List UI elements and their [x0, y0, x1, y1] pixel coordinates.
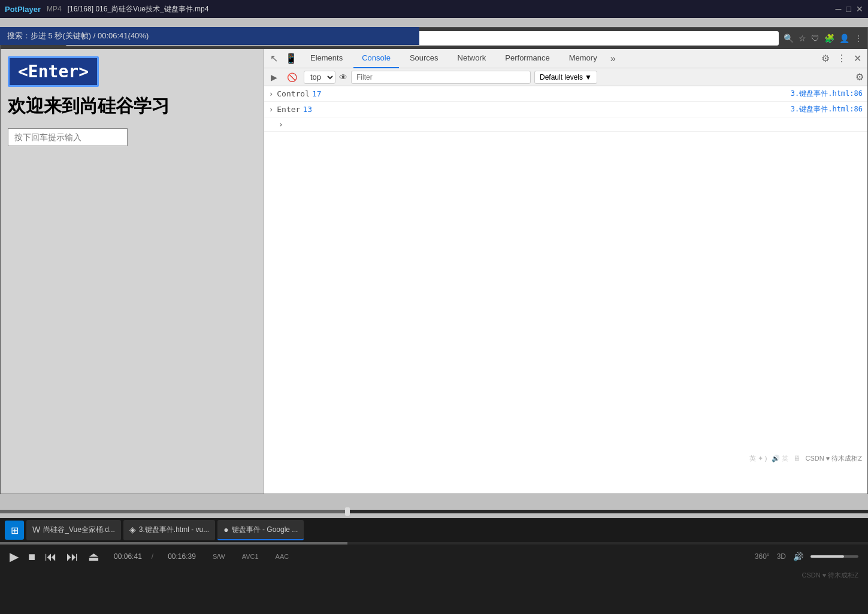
audio-codec: AAC — [276, 553, 289, 560]
next-button[interactable]: ⏭ — [66, 550, 78, 564]
potplayer-logo[interactable]: PotPlayer — [5, 5, 41, 14]
profile-icon[interactable]: 👤 — [839, 34, 849, 43]
console-source-control[interactable]: 3.键盘事件.html:86 — [791, 89, 863, 99]
taskbar-item-word-label: 尚硅谷_Vue全家桶.d... — [43, 525, 115, 535]
player-right: 360° 3D 🔊 — [755, 552, 858, 561]
console-prompt-row[interactable]: › — [264, 117, 867, 132]
volume-icon[interactable]: 🔊 — [793, 552, 803, 561]
console-value-enter: 13 — [303, 105, 312, 114]
tab-network[interactable]: Network — [449, 49, 495, 68]
console-key-control: Control — [277, 89, 310, 98]
console-filter[interactable] — [351, 71, 531, 84]
vscode-icon: ◈ — [129, 525, 136, 534]
taskbar-item-chrome[interactable]: ● 键盘事件 - Google ... — [217, 520, 304, 540]
3d-label: 3D — [777, 552, 786, 561]
devtools-tabs-bar: ↖ 📱 Elements Console Sources Network Per… — [264, 49, 867, 68]
win-minimize[interactable]: ─ — [836, 4, 842, 14]
prev-button[interactable]: ⏮ — [45, 550, 57, 564]
tab-memory[interactable]: Memory — [561, 49, 606, 68]
taskbar-item-vscode-label: 3.键盘事件.html - vu... — [139, 525, 209, 535]
search-icon[interactable]: 🔍 — [784, 34, 794, 43]
chevron-down-icon: ▼ — [585, 73, 592, 81]
tab-elements[interactable]: Elements — [302, 49, 351, 68]
tab-performance[interactable]: Performance — [497, 49, 558, 68]
seekbar-fill — [0, 510, 347, 513]
volume-fill — [810, 555, 844, 558]
stop-button[interactable]: ■ — [28, 550, 35, 564]
devtools-panel: ↖ 📱 Elements Console Sources Network Per… — [264, 49, 867, 494]
word-icon: W — [32, 525, 40, 534]
browser-window: ← → ↻ 🔍 ☆ 🛡 🧩 👤 ⋮ <Enter> 欢迎来到尚硅谷学习 ↖ 📱 … — [0, 27, 868, 494]
expand-icon-2[interactable]: › — [269, 105, 273, 114]
eject-button[interactable]: ⏏ — [88, 549, 99, 564]
win-maximize[interactable]: □ — [846, 4, 851, 14]
devtools-close-icon[interactable]: ✕ — [851, 50, 864, 66]
current-time: 00:06:41 — [114, 552, 142, 561]
enter-key-display: <Enter> — [8, 56, 99, 87]
tab-sources[interactable]: Sources — [401, 49, 447, 68]
console-toolbar: ▶ 🚫 top 👁 Default levels ▼ ⚙ — [264, 68, 867, 86]
codec-sw: S/W — [213, 553, 225, 560]
more-tabs-icon[interactable]: » — [608, 51, 618, 66]
seekbar-track[interactable] — [0, 510, 868, 513]
csdn-label: CSDN ♥ 待木成柜Z — [805, 454, 862, 463]
seekbar-thumb — [345, 507, 350, 516]
main-content: <Enter> 欢迎来到尚硅谷学习 ↖ 📱 Elements Console S… — [1, 49, 867, 494]
chrome-icon: ● — [223, 525, 228, 534]
start-button[interactable]: ⊞ — [5, 521, 24, 540]
webpage-area: <Enter> 欢迎来到尚硅谷学习 — [1, 49, 264, 494]
devtools-settings-icon[interactable]: ⚙ — [819, 50, 832, 66]
total-time: 00:16:39 — [168, 552, 196, 561]
console-output: › Control 17 3.键盘事件.html:86 › Enter 13 3… — [264, 86, 867, 494]
console-run-icon[interactable]: ▶ — [268, 71, 280, 83]
nav-icons: 🔍 ☆ 🛡 🧩 👤 ⋮ — [784, 34, 863, 43]
eye-icon[interactable]: 👁 — [339, 72, 347, 82]
context-selector[interactable]: top — [304, 71, 335, 84]
devtools-device-icon[interactable]: 📱 — [283, 50, 300, 66]
potplayer-titlebar: PotPlayer MP4 [16/168] 016_尚硅谷Vue技术_键盘事件… — [0, 0, 868, 18]
player-buttons: ▶ ■ ⏮ ⏭ ⏏ 00:06:41 / 00:16:39 S/W AVC1 A… — [0, 545, 868, 568]
devtools-inspect-icon[interactable]: ↖ — [268, 50, 280, 66]
devtools-more-icon[interactable]: ⋮ — [834, 50, 849, 66]
csdn-watermark: CSDN ♥ 待木成柜Z — [0, 568, 868, 582]
video-title: [16/168] 016_尚硅谷Vue技术_键盘事件.mp4 — [68, 4, 830, 14]
console-source-enter[interactable]: 3.键盘事件.html:86 — [791, 104, 863, 114]
search-hint: 搜索：步进 5 秒(关键帧) / 00:06:41(40%) — [7, 31, 149, 41]
shield-icon[interactable]: 🛡 — [811, 34, 819, 43]
player-controls: ▶ ■ ⏮ ⏭ ⏏ 00:06:41 / 00:16:39 S/W AVC1 A… — [0, 542, 868, 614]
extensions-icon[interactable]: 🧩 — [824, 34, 834, 43]
time-separator: / — [152, 552, 153, 561]
taskbar: ⊞ W 尚硅谷_Vue全家桶.d... ◈ 3.键盘事件.html - vu..… — [0, 518, 868, 542]
system-tray: 英 ✦ ) 🔊 英 🖥 CSDN ♥ 待木成柜Z — [743, 446, 868, 470]
windows-icon: ⊞ — [11, 525, 19, 536]
tab-console[interactable]: Console — [353, 49, 399, 68]
taskbar-item-vscode[interactable]: ◈ 3.键盘事件.html - vu... — [123, 520, 215, 540]
console-prompt-icon: › — [279, 120, 283, 129]
codec-avc1: AVC1 — [242, 553, 259, 560]
menu-icon[interactable]: ⋮ — [854, 34, 863, 43]
tray-text: 英 ✦ ) — [749, 454, 767, 463]
bookmark-icon[interactable]: ☆ — [799, 34, 806, 43]
console-row-control: › Control 17 3.键盘事件.html:86 — [264, 86, 867, 102]
win-controls: ─ □ ✕ — [836, 4, 863, 14]
network-icon: 🖥 — [793, 454, 800, 462]
format-badge: MP4 — [47, 5, 62, 13]
console-settings-icon[interactable]: ⚙ — [855, 71, 864, 83]
devtools-toolbar-right: ⚙ ⋮ ✕ — [819, 50, 864, 66]
search-overlay: 搜索：步进 5 秒(关键帧) / 00:06:41(40%) — [0, 27, 419, 45]
console-row-enter: › Enter 13 3.键盘事件.html:86 — [264, 102, 867, 117]
clock: 🔊 英 — [772, 454, 788, 463]
taskbar-item-word[interactable]: W 尚硅谷_Vue全家桶.d... — [26, 520, 121, 540]
play-button[interactable]: ▶ — [10, 549, 19, 564]
console-key-enter: Enter — [277, 105, 300, 114]
taskbar-item-chrome-label: 键盘事件 - Google ... — [232, 525, 298, 535]
default-levels-btn[interactable]: Default levels ▼ — [534, 71, 597, 84]
keyboard-input[interactable] — [8, 128, 128, 146]
console-clear-icon[interactable]: 🚫 — [284, 71, 300, 83]
volume-slider[interactable] — [810, 555, 858, 558]
expand-icon[interactable]: › — [269, 90, 273, 98]
win-close[interactable]: ✕ — [856, 4, 863, 14]
console-value-control: 17 — [312, 89, 322, 98]
page-heading: 欢迎来到尚硅谷学习 — [8, 94, 256, 119]
resolution-label: 360° — [755, 552, 770, 561]
